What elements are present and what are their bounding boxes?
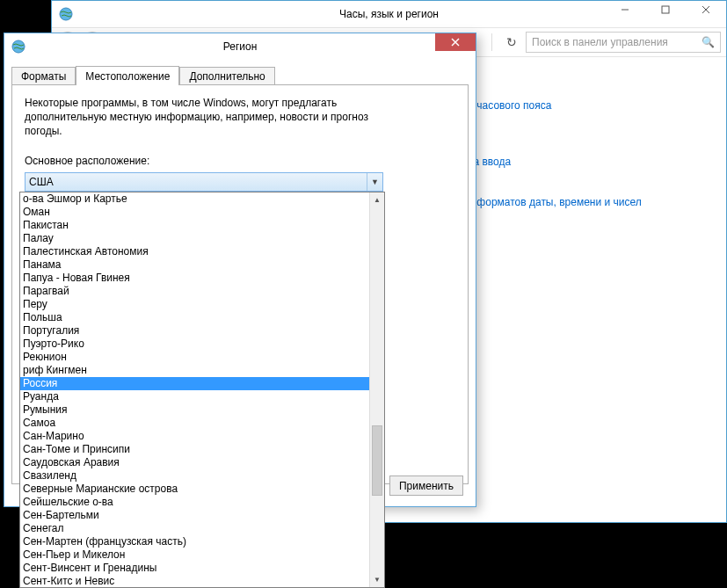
dropdown-item[interactable]: Саудовская Аравия — [20, 456, 369, 469]
dropdown-item[interactable]: Палау — [20, 232, 369, 245]
dropdown-item[interactable]: Сенегал — [20, 522, 369, 535]
toolbar-separator — [491, 33, 492, 51]
maximize-button[interactable] — [645, 1, 686, 18]
chevron-down-icon: ▼ — [367, 173, 382, 191]
apply-button[interactable]: Применить — [389, 475, 463, 496]
location-combobox[interactable]: США ▼ — [25, 172, 383, 192]
close-button[interactable] — [686, 1, 726, 18]
dropdown-item[interactable]: Румыния — [20, 403, 369, 417]
link-date-formats[interactable]: ние форматов даты, времени и чисел — [456, 196, 642, 208]
dropdown-item[interactable]: Пуэрто-Рико — [20, 338, 369, 351]
tab-location[interactable]: Местоположение — [76, 66, 179, 85]
dropdown-item[interactable]: Россия — [20, 377, 369, 390]
dropdown-item[interactable]: Сен-Мартен (французская часть) — [20, 535, 369, 548]
tab-bar: Форматы Местоположение Дополнительно — [11, 66, 469, 85]
dropdown-item[interactable]: Палестинская Автономия — [20, 245, 369, 258]
dropdown-item[interactable]: Пакистан — [20, 219, 369, 232]
svg-rect-2 — [662, 6, 669, 13]
location-description: Некоторые программы, в том числе Windows… — [25, 96, 376, 139]
search-input[interactable]: Поиск в панели управления 🔍 — [526, 32, 721, 53]
dropdown-item[interactable]: Сейшельские о-ва — [20, 496, 369, 509]
dropdown-item[interactable]: Сен-Бартельми — [20, 509, 369, 522]
dropdown-item[interactable]: Парагвай — [20, 285, 369, 298]
globe-icon — [59, 7, 73, 21]
minimize-button[interactable] — [605, 1, 645, 18]
dropdown-items-container: о-ва Эшмор и КартьеОманПакистанПалауПале… — [20, 192, 369, 587]
tab-additional[interactable]: Дополнительно — [179, 67, 274, 86]
dropdown-item[interactable]: Сен-Пьер и Микелон — [20, 548, 369, 562]
dropdown-item[interactable]: Северные Марианские острова — [20, 483, 369, 496]
dropdown-item[interactable]: Панама — [20, 258, 369, 272]
dropdown-item[interactable]: Реюнион — [20, 351, 369, 364]
location-label: Основное расположение: — [25, 155, 455, 167]
dialog-close-button[interactable] — [435, 33, 476, 51]
dropdown-item[interactable]: Свазиленд — [20, 469, 369, 483]
dropdown-item[interactable]: Сент-Винсент и Гренадины — [20, 562, 369, 575]
dropdown-item[interactable]: Португалия — [20, 324, 369, 338]
dropdown-item[interactable]: Самоа — [20, 417, 369, 430]
dropdown-item[interactable]: Руанда — [20, 390, 369, 403]
dropdown-item[interactable]: о-ва Эшмор и Картье — [20, 192, 369, 206]
search-icon: 🔍 — [702, 36, 715, 48]
scroll-up-button[interactable]: ▲ — [370, 192, 384, 207]
tab-formats[interactable]: Форматы — [11, 67, 76, 86]
location-selected-value: США — [29, 176, 54, 188]
svg-point-5 — [12, 40, 25, 53]
dialog-title: Регион — [4, 40, 476, 53]
parent-titlebar[interactable]: Часы, язык и регион — [52, 1, 726, 27]
dialog-titlebar[interactable]: Регион — [4, 33, 476, 60]
scroll-down-button[interactable]: ▼ — [370, 572, 384, 587]
dropdown-item[interactable]: Оман — [20, 206, 369, 219]
globe-icon — [11, 40, 25, 54]
refresh-button[interactable]: ↻ — [501, 32, 522, 53]
dropdown-item[interactable]: Сан-Томе и Принсипи — [20, 443, 369, 456]
dropdown-scrollbar[interactable]: ▲ ▼ — [369, 192, 384, 587]
search-placeholder: Поиск в панели управления — [532, 36, 668, 48]
dropdown-item[interactable]: Польша — [20, 311, 369, 324]
dropdown-item[interactable]: Сент-Китс и Невис — [20, 575, 369, 587]
svg-point-0 — [60, 8, 72, 20]
dropdown-item[interactable]: Сан-Марино — [20, 430, 369, 443]
dropdown-item[interactable]: Перу — [20, 298, 369, 311]
dropdown-item[interactable]: Папуа - Новая Гвинея — [20, 272, 369, 285]
dropdown-item[interactable]: риф Кингмен — [20, 364, 369, 377]
location-dropdown-list[interactable]: о-ва Эшмор и КартьеОманПакистанПалауПале… — [19, 192, 385, 588]
scroll-thumb[interactable] — [372, 425, 382, 496]
